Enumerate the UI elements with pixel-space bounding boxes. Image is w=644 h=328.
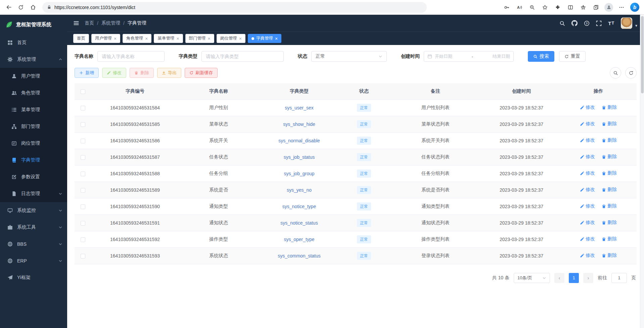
favorites-add-icon[interactable]	[539, 2, 551, 13]
tab-role-management[interactable]: 角色管理×	[123, 34, 151, 43]
row-delete-button[interactable]: 删除	[602, 154, 617, 160]
sidebar-item-menu-management[interactable]: 菜单管理	[0, 101, 67, 118]
row-delete-button[interactable]: 删除	[602, 252, 617, 259]
tab-home[interactable]: 首页	[73, 34, 89, 43]
row-delete-button[interactable]: 删除	[602, 187, 617, 193]
fullscreen-icon[interactable]	[596, 20, 602, 26]
row-delete-button[interactable]: 删除	[602, 121, 617, 127]
row-delete-button[interactable]: 删除	[602, 137, 617, 143]
help-icon[interactable]: ?	[584, 20, 590, 26]
profile-icon[interactable]	[603, 2, 615, 13]
goto-page-input[interactable]	[611, 273, 627, 283]
row-edit-button[interactable]: 修改	[580, 203, 595, 209]
reset-button[interactable]: 重置	[559, 51, 586, 62]
favorites-bar-icon[interactable]	[577, 2, 589, 13]
address-bar[interactable]: https://ccnetcore.com:1101/system/dict	[42, 2, 427, 13]
row-edit-button[interactable]: 修改	[580, 121, 595, 127]
prev-page-button[interactable]: ‹	[554, 273, 564, 283]
sidebar-item-system-tools[interactable]: 系统工具	[0, 219, 67, 236]
row-edit-button[interactable]: 修改	[580, 154, 595, 160]
row-checkbox[interactable]	[81, 188, 85, 193]
tab-close-icon[interactable]: ×	[145, 36, 148, 41]
sidebar-item-post-management[interactable]: 岗位管理	[0, 135, 67, 152]
tab-menu-management[interactable]: 菜单管理×	[154, 34, 183, 43]
bing-icon[interactable]: b	[630, 3, 639, 12]
row-edit-button[interactable]: 修改	[580, 187, 595, 193]
edit-button[interactable]: 修改	[102, 68, 126, 78]
breadcrumb-home[interactable]: 首页	[85, 20, 94, 26]
select-all-checkbox[interactable]	[81, 89, 85, 94]
scrollbar-thumb[interactable]	[641, 16, 644, 93]
row-delete-button[interactable]: 删除	[602, 236, 617, 242]
row-checkbox[interactable]	[81, 237, 85, 242]
tab-post-management[interactable]: 岗位管理×	[217, 34, 245, 43]
hamburger-icon[interactable]	[73, 20, 79, 26]
home-icon[interactable]	[27, 2, 39, 13]
split-screen-icon[interactable]	[564, 2, 577, 13]
collections-icon[interactable]	[590, 2, 602, 13]
tab-user-management[interactable]: 用户管理×	[91, 34, 120, 43]
sidebar-item-yi-framework[interactable]: Yi框架	[0, 269, 67, 286]
dict-type-link[interactable]: sys_user_sex	[285, 105, 314, 110]
status-select[interactable]: 正常	[311, 51, 387, 62]
read-aloud-icon[interactable]: A	[513, 2, 525, 13]
app-logo[interactable]: 意框架管理系统	[0, 15, 67, 34]
sidebar-item-role-management[interactable]: 角色管理	[0, 85, 67, 101]
row-edit-button[interactable]: 修改	[580, 104, 595, 110]
tab-dept-management[interactable]: 部门管理×	[185, 34, 214, 43]
row-edit-button[interactable]: 修改	[580, 137, 595, 143]
dict-name-input[interactable]	[97, 51, 165, 62]
key-icon[interactable]	[501, 2, 513, 13]
row-edit-button[interactable]: 修改	[580, 220, 595, 226]
dict-type-link[interactable]: sys_notice_type	[282, 204, 316, 209]
dict-type-link[interactable]: sys_notice_status	[280, 220, 318, 226]
font-size-icon[interactable]: TT	[608, 20, 614, 26]
avatar[interactable]	[621, 17, 632, 29]
row-checkbox[interactable]	[81, 221, 85, 226]
dict-type-input[interactable]	[201, 51, 284, 62]
row-delete-button[interactable]: 删除	[602, 220, 617, 226]
delete-button[interactable]: 删除	[130, 68, 154, 78]
sidebar-item-param-settings[interactable]: 参数设置	[0, 169, 67, 185]
toggle-search-icon[interactable]	[610, 67, 621, 79]
sidebar-item-system-monitor[interactable]: 系统监控	[0, 202, 67, 219]
page-size-select[interactable]: 10条/页	[514, 273, 550, 283]
sidebar-item-system-management[interactable]: 系统管理	[0, 51, 67, 68]
row-checkbox[interactable]	[81, 122, 85, 127]
refresh-cache-button[interactable]: 刷新缓存	[185, 68, 218, 78]
next-page-button[interactable]: ›	[583, 273, 593, 283]
row-edit-button[interactable]: 修改	[580, 170, 595, 176]
tab-close-icon[interactable]: ×	[239, 36, 242, 41]
zoom-out-icon[interactable]	[526, 2, 538, 13]
search-button[interactable]: 搜索	[528, 51, 554, 62]
row-checkbox[interactable]	[81, 139, 85, 143]
search-icon[interactable]	[559, 20, 565, 26]
tab-dict-management[interactable]: 字典管理×	[248, 34, 281, 43]
sidebar-item-user-management[interactable]: 用户管理	[0, 68, 67, 85]
refresh-table-icon[interactable]	[625, 67, 637, 79]
row-checkbox[interactable]	[81, 204, 85, 209]
row-delete-button[interactable]: 删除	[602, 104, 617, 110]
dict-type-link[interactable]: sys_show_hide	[283, 122, 315, 127]
github-icon[interactable]	[571, 20, 578, 26]
sidebar-item-bbs[interactable]: BBS	[0, 236, 67, 252]
page-1-button[interactable]: 1	[569, 273, 579, 283]
refresh-icon[interactable]	[15, 2, 27, 13]
export-button[interactable]: 导出	[157, 68, 181, 78]
row-checkbox[interactable]	[81, 155, 85, 160]
dict-type-link[interactable]: sys_job_status	[284, 154, 315, 160]
row-checkbox[interactable]	[81, 106, 85, 110]
dict-type-link[interactable]: sys_common_status	[278, 253, 321, 259]
row-checkbox[interactable]	[81, 172, 85, 176]
dict-type-link[interactable]: sys_oper_type	[284, 237, 314, 242]
more-icon[interactable]	[615, 2, 628, 13]
back-icon[interactable]	[3, 2, 15, 13]
extensions-icon[interactable]	[552, 2, 564, 13]
dict-type-link[interactable]: sys_yes_no	[287, 187, 312, 193]
row-delete-button[interactable]: 删除	[602, 203, 617, 209]
row-checkbox[interactable]	[81, 254, 85, 259]
tab-close-icon[interactable]: ×	[208, 36, 211, 41]
tab-close-icon[interactable]: ×	[114, 36, 117, 41]
dict-type-link[interactable]: sys_normal_disable	[278, 138, 320, 143]
sidebar-item-home[interactable]: 首页	[0, 34, 67, 51]
